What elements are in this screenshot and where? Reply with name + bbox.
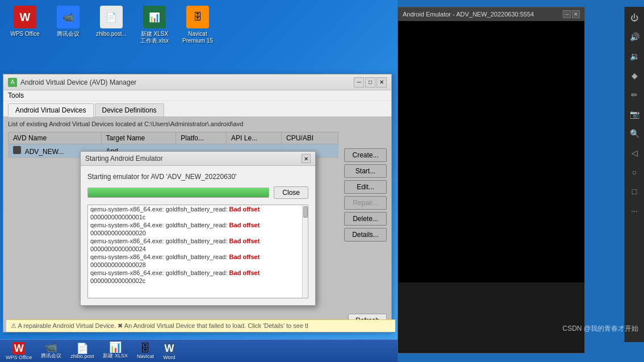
dialog-status-text: Starting emulator for AVD 'ADV_NEW_20220…: [87, 173, 308, 181]
desktop-icon-xlsx[interactable]: 📊 新建 XLSX工作表.xlsx: [135, 6, 174, 44]
dialog-body: Starting emulator for AVD 'ADV_NEW_20220…: [81, 166, 315, 305]
avd-titlebar: A Android Virtual Device (AVD) Manager ─…: [3, 74, 391, 90]
taskbar-navicat-label: Navicat: [137, 353, 154, 359]
log-scroll-area: qemu-system-x86_64.exe: goldfish_battery…: [88, 205, 302, 285]
log-line-2: 000000000000001c: [88, 213, 302, 221]
taskbar-zhibo-label: zhibo.post: [70, 353, 94, 359]
avd-status-bar: ⚠ A repairable Android Virtual Device. ✖…: [6, 319, 395, 332]
log-line-4: 0000000000000020: [88, 229, 302, 237]
taskbar-item-navicat[interactable]: 🗄 Navicat: [133, 342, 157, 360]
navicat-icon: 🗄: [186, 6, 209, 28]
avd-window-controls: ─ □ ✕: [354, 77, 387, 88]
tencent-icon: 📹: [57, 6, 80, 28]
taskbar-item-xlsx[interactable]: 📊 新建 XLSX: [99, 341, 131, 361]
emulator-home-button[interactable]: ○: [628, 166, 641, 178]
log-line-10: 000000000000002c: [88, 277, 302, 285]
emulator-win-controls: ─ ✕: [563, 10, 580, 18]
emulator-recents-button[interactable]: □: [628, 185, 641, 198]
log-line-5: qemu-system-x86_64.exe: goldfish_battery…: [88, 237, 302, 245]
taskbar-wps-icon: W: [12, 342, 25, 355]
emulator-volume-up-button[interactable]: 🔊: [628, 31, 641, 43]
tab-android-virtual-devices[interactable]: Android Virtual Devices: [8, 103, 94, 117]
avd-tabs: Android Virtual Devices Device Definitio…: [3, 101, 391, 117]
dialog-titlebar: Starting Android Emulator ✕: [81, 152, 315, 166]
log-line-1: qemu-system-x86_64.exe: goldfish_battery…: [88, 205, 302, 213]
android-emulator-window: Android Emulator - ADV_NEW_20220630:5554…: [398, 7, 585, 353]
avd-content: List of existing Android Virtual Devices…: [3, 117, 391, 332]
desktop-icon-navicat-label: NavicatPremium 15: [182, 31, 213, 44]
progress-container: Close: [87, 186, 308, 199]
taskbar-wps-label: WPS Office: [6, 355, 32, 360]
desktop-icon-zhibo[interactable]: 📄 zhibo.post...: [92, 6, 131, 44]
avd-close-button[interactable]: ✕: [377, 77, 387, 88]
avd-title-left: A Android Virtual Device (AVD) Manager: [8, 78, 136, 87]
desktop-icon-tencent-label: 腾讯会议: [57, 31, 80, 38]
emulator-title-text: Android Emulator - ADV_NEW_20220630:5554: [403, 11, 534, 18]
desktop-icon-area: W WPS Office 📹 腾讯会议 📄 zhibo.post... 📊 新建…: [0, 0, 223, 50]
dialog-close-button[interactable]: Close: [274, 186, 308, 199]
progress-bar-bg: [87, 188, 269, 198]
tools-menu[interactable]: Tools: [8, 91, 24, 99]
taskbar-item-wps[interactable]: W WPS Office: [2, 341, 35, 361]
emulator-volume-down-button[interactable]: 🔉: [628, 50, 641, 63]
log-scrollbar[interactable]: [302, 205, 308, 298]
dialog-overlay: Starting Android Emulator ✕ Starting emu…: [3, 117, 391, 332]
emulator-back-button[interactable]: ◁: [628, 147, 641, 159]
avd-minimize-button[interactable]: ─: [354, 77, 364, 88]
status-bar-text: ⚠ A repairable Android Virtual Device. ✖…: [11, 322, 308, 330]
starting-emulator-dialog: Starting Android Emulator ✕ Starting emu…: [80, 151, 316, 306]
taskbar-xlsx-label: 新建 XLSX: [103, 352, 128, 360]
log-line-6: 0000000000000024: [88, 245, 302, 253]
taskbar-navicat-icon: 🗄: [140, 343, 150, 353]
log-line-3: qemu-system-x86_64.exe: goldfish_battery…: [88, 221, 302, 229]
log-line-8: 0000000000000028: [88, 261, 302, 269]
taskbar-xlsx-icon: 📊: [109, 342, 122, 352]
taskbar-tencent-label: 腾讯会议: [41, 352, 61, 360]
dialog-close-x-button[interactable]: ✕: [302, 154, 311, 163]
taskbar-tencent-icon: 📹: [45, 342, 57, 352]
log-line-7: qemu-system-x86_64.exe: goldfish_battery…: [88, 253, 302, 261]
desktop-icon-tencent[interactable]: 📹 腾讯会议: [49, 6, 87, 44]
taskbar: W WPS Office 📹 腾讯会议 📄 zhibo.post 📊 新建 XL…: [0, 339, 398, 362]
taskbar-item-word[interactable]: W Word: [160, 341, 179, 361]
log-scrollbar-thumb: [303, 206, 308, 218]
csdn-watermark: CSDN @我的青春才开始: [562, 324, 638, 334]
avd-manager-window: A Android Virtual Device (AVD) Manager ─…: [3, 74, 392, 332]
emulator-titlebar: Android Emulator - ADV_NEW_20220630:5554…: [398, 7, 584, 21]
wps-icon: W: [14, 6, 36, 28]
emulator-more-button[interactable]: ···: [628, 205, 641, 217]
taskbar-word-icon: W: [163, 342, 175, 355]
emulator-camera-button[interactable]: 📷: [628, 108, 641, 120]
desktop-icon-wps-label: WPS Office: [10, 31, 40, 38]
avd-window-icon: A: [8, 78, 17, 87]
emulator-rotate-button[interactable]: ◆: [628, 69, 641, 82]
emulator-close-button[interactable]: ✕: [572, 10, 580, 18]
emulator-stylus-button[interactable]: ✏: [628, 89, 641, 101]
taskbar-item-zhibo[interactable]: 📄 zhibo.post: [67, 342, 97, 360]
log-line-9: qemu-system-x86_64.exe: goldfish_battery…: [88, 269, 302, 277]
avd-title-text: Android Virtual Device (AVD) Manager: [20, 78, 136, 86]
desktop-icon-wps[interactable]: W WPS Office: [6, 6, 44, 44]
avd-menubar[interactable]: Tools: [3, 90, 391, 101]
desktop-icon-zhibo-label: zhibo.post...: [96, 31, 127, 38]
progress-bar-fill: [88, 188, 269, 197]
emulator-zoom-button[interactable]: 🔍: [628, 127, 641, 140]
dialog-title-text: Starting Android Emulator: [85, 155, 163, 163]
emulator-screen: [398, 21, 584, 282]
emulator-power-button[interactable]: ⏻: [628, 11, 641, 24]
zhibo-icon: 📄: [100, 6, 123, 28]
desktop-icon-xlsx-label: 新建 XLSX工作表.xlsx: [140, 31, 169, 44]
taskbar-zhibo-icon: 📄: [76, 343, 89, 353]
xlsx-icon: 📊: [143, 6, 166, 28]
emulator-side-controls: ⏻ 🔊 🔉 ◆ ✏ 📷 🔍 ◁ ○ □ ···: [624, 7, 644, 342]
tab-device-definitions[interactable]: Device Definitions: [95, 103, 164, 116]
emulator-minimize-button[interactable]: ─: [563, 10, 571, 18]
taskbar-item-tencent[interactable]: 📹 腾讯会议: [37, 341, 65, 361]
log-container: qemu-system-x86_64.exe: goldfish_battery…: [87, 205, 308, 298]
avd-maximize-button[interactable]: □: [365, 77, 375, 88]
desktop-icon-navicat[interactable]: 🗄 NavicatPremium 15: [178, 6, 217, 44]
taskbar-word-label: Word: [163, 355, 175, 360]
